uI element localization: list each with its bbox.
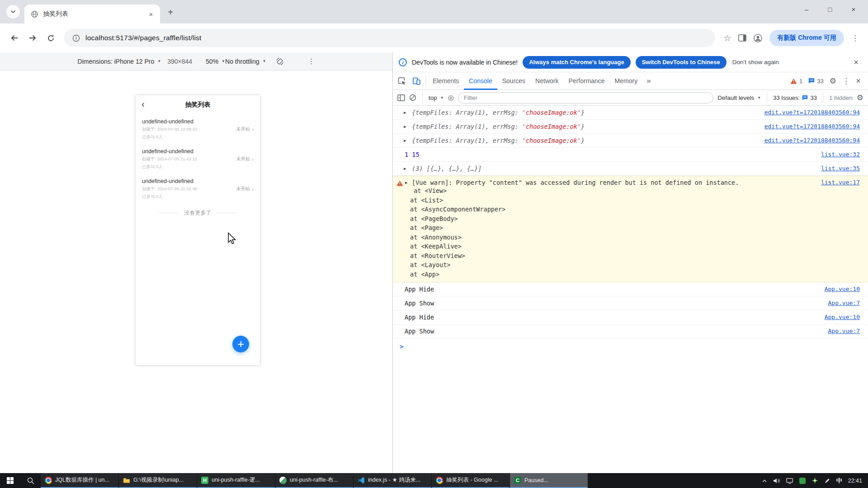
window-close-button[interactable]: × — [842, 0, 865, 18]
devtools-menu-icon[interactable]: ⋮ — [842, 76, 850, 86]
tray-app-icon[interactable] — [799, 478, 806, 484]
expand-triangle-icon[interactable]: ▶ — [404, 110, 406, 115]
bookmark-star-icon[interactable]: ☆ — [723, 33, 731, 43]
taskbar-item-label: G:\视频录制\uniap... — [133, 476, 193, 484]
device-select[interactable]: Dimensions: iPhone 12 Pro ▼ — [78, 58, 161, 65]
network-display-icon[interactable] — [786, 478, 793, 484]
expand-triangle-icon[interactable]: ▶ — [404, 166, 406, 171]
expand-triangle-icon[interactable]: ▶ — [405, 180, 407, 185]
chrome-update-chip[interactable]: 有新版 Chrome 可用 — [769, 30, 844, 46]
log-object-preview[interactable]: {tempFiles: Array(1), errMsg: 'chooseIma… — [412, 137, 585, 144]
tab-elements[interactable]: Elements — [428, 72, 464, 90]
devtools-close-icon[interactable]: × — [856, 76, 861, 86]
raffle-list-item[interactable]: undefined-undefined 创建于: 2024-07-05 21:4… — [136, 174, 260, 204]
log-array-preview[interactable]: (3) [{…}, {…}, {…}] — [412, 165, 481, 172]
source-link[interactable]: edit.vue?t=1720188403560:94 — [764, 109, 860, 116]
ime-indicator[interactable]: 中 — [836, 477, 842, 485]
expand-triangle-icon[interactable]: ▶ — [404, 124, 406, 129]
console-settings-icon[interactable]: ⚙ — [857, 93, 863, 103]
forward-button[interactable] — [24, 30, 41, 46]
site-info-icon[interactable] — [72, 34, 80, 42]
devtools-settings-icon[interactable]: ⚙ — [830, 76, 836, 86]
start-button[interactable] — [0, 473, 20, 488]
more-tabs-button[interactable]: » — [642, 76, 655, 85]
messages-badge[interactable]: 33 — [808, 78, 823, 84]
tab-search-button[interactable] — [6, 5, 20, 19]
window-controls: – □ × — [795, 0, 865, 18]
minimize-button[interactable]: – — [795, 0, 818, 18]
add-raffle-fab[interactable]: + — [232, 336, 249, 352]
dont-show-again-button[interactable]: Don't show again — [732, 59, 779, 66]
browser-menu-icon[interactable]: ⋮ — [851, 33, 859, 43]
console-row: App Show App.vue:7 — [393, 324, 868, 338]
always-match-language-button[interactable]: Always match Chrome's language — [523, 56, 630, 69]
reload-button[interactable] — [42, 30, 59, 46]
taskbar-item-vscode[interactable]: index.js - ★ 鸡汤来... — [354, 473, 431, 488]
switch-to-chinese-button[interactable]: Switch DevTools to Chinese — [636, 56, 726, 69]
clock[interactable]: 22:41 — [848, 478, 862, 484]
source-link[interactable]: App.vue:7 — [828, 328, 860, 334]
device-width-value[interactable]: 390 — [167, 58, 178, 65]
tab-sources[interactable]: Sources — [497, 72, 530, 90]
warning-triangle-icon — [396, 180, 403, 186]
device-height-value[interactable]: 844 — [182, 58, 192, 65]
taskbar-item-folder[interactable]: G:\视频录制\uniap... — [119, 473, 197, 488]
issues-counter[interactable]: 33 Issues: 33 — [773, 94, 817, 101]
new-tab-button[interactable]: + — [164, 5, 177, 19]
raffle-list-item[interactable]: undefined-undefined 创建于: 2024-07-05 21:4… — [136, 144, 260, 174]
clear-console-button[interactable] — [409, 94, 416, 101]
tab-close-icon[interactable]: × — [146, 9, 156, 19]
maximize-button[interactable]: □ — [818, 0, 842, 18]
device-toolbar-menu-icon[interactable]: ⋮ — [307, 57, 315, 66]
source-link[interactable]: list.vue:17 — [821, 179, 860, 186]
taskbar-item-hbuilderx[interactable]: H uni-push-raffle-逻... — [197, 473, 275, 488]
source-link[interactable]: edit.vue?t=1720188403560:94 — [764, 137, 860, 144]
back-chevron-icon[interactable]: ‹ — [142, 99, 145, 109]
source-link[interactable]: App.vue:10 — [825, 314, 860, 320]
side-panel-icon[interactable] — [738, 34, 746, 42]
item-title: undefined-undefined — [142, 178, 197, 184]
tab-network[interactable]: Network — [530, 72, 563, 90]
pen-icon[interactable] — [824, 478, 830, 484]
throttling-select[interactable]: No throttling ▼ — [225, 58, 266, 65]
source-link[interactable]: list.vue:35 — [821, 165, 860, 172]
zoom-select[interactable]: 50% ▼ — [206, 58, 225, 65]
address-bar[interactable]: localhost:5173/#/pages_raffle/list/list — [64, 29, 715, 47]
console-sidebar-toggle[interactable] — [397, 94, 405, 101]
live-expression-icon[interactable]: ◎ — [448, 94, 454, 102]
source-link[interactable]: edit.vue?t=1720188403560:94 — [764, 123, 860, 130]
taskbar-item-chrome-jql[interactable]: JQL数据库操作 | un... — [41, 473, 118, 488]
console-prompt[interactable]: > — [393, 338, 868, 355]
toggle-device-toolbar-button[interactable] — [409, 72, 424, 89]
log-object-preview[interactable]: {tempFiles: Array(1), errMsg: 'chooseIma… — [412, 123, 585, 130]
volume-icon[interactable] — [773, 478, 780, 484]
banner-close-icon[interactable]: × — [850, 57, 862, 67]
browser-tab[interactable]: 抽奖列表 × — [24, 5, 160, 23]
execution-context-select[interactable]: top ▼ — [429, 94, 444, 101]
tab-console[interactable]: Console — [464, 72, 497, 90]
globe-favicon-icon — [31, 10, 38, 18]
tab-memory[interactable]: Memory — [610, 72, 643, 90]
inspect-icon — [398, 77, 406, 85]
raffle-list-item[interactable]: undefined-undefined 创建于: 2024-07-05 22:0… — [136, 114, 260, 144]
tray-expand-icon[interactable] — [762, 479, 767, 483]
back-button[interactable] — [6, 30, 23, 46]
profile-avatar-icon[interactable] — [754, 34, 762, 42]
source-link[interactable]: list.vue:32 — [821, 151, 860, 158]
warnings-badge[interactable]: 1 — [790, 78, 802, 84]
console-filter-input[interactable] — [458, 92, 713, 103]
taskbar-item-chat[interactable]: uni-push-raffle-布... — [275, 473, 353, 488]
taskbar-search-button[interactable] — [20, 473, 41, 488]
rotate-device-button[interactable] — [276, 57, 284, 66]
inspect-element-button[interactable] — [395, 72, 409, 89]
tray-star-icon[interactable] — [811, 477, 818, 484]
source-link[interactable]: App.vue:10 — [825, 286, 860, 292]
log-levels-select[interactable]: Default levels ▼ — [717, 94, 761, 101]
divider-line — [217, 213, 238, 213]
tab-performance[interactable]: Performance — [563, 72, 609, 90]
expand-triangle-icon[interactable]: ▶ — [404, 138, 406, 143]
taskbar-item-chrome-raffle[interactable]: 抽奖列表 - Google ... — [432, 473, 509, 488]
log-object-preview[interactable]: {tempFiles: Array(1), errMsg: 'chooseIma… — [412, 109, 585, 116]
taskbar-item-paused[interactable]: C Paused... — [510, 473, 588, 488]
source-link[interactable]: App.vue:7 — [828, 300, 860, 306]
